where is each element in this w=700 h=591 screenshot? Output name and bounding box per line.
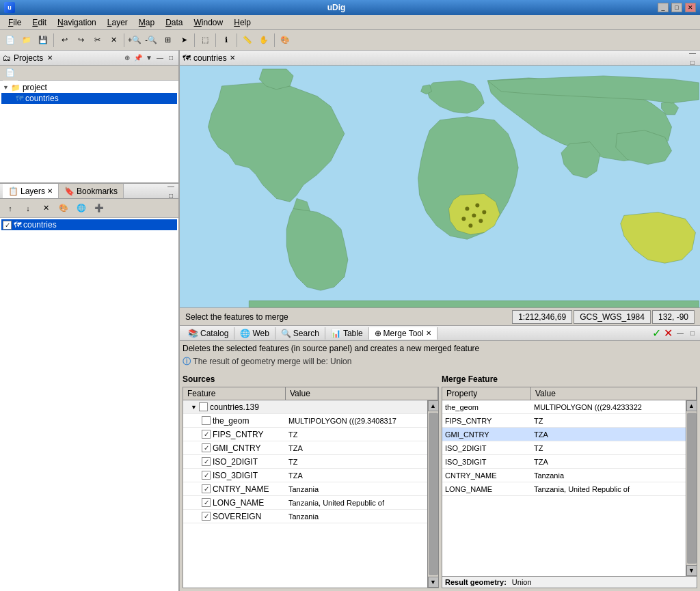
menu-data[interactable]: Data xyxy=(160,16,188,29)
tab-search[interactable]: 🔍 Search xyxy=(275,327,325,340)
sources-row-iso3[interactable]: ✓ ISO_3DIGIT TZA xyxy=(183,469,427,482)
merge-scrollbar[interactable]: ▲ ▼ xyxy=(686,400,697,576)
delete-button[interactable]: ✕ xyxy=(106,33,121,48)
sources-row-sovereign[interactable]: ✓ SOVEREIGN Tanzania xyxy=(183,510,427,523)
move-button[interactable]: ✋ xyxy=(256,33,271,48)
merge-row-gmi[interactable]: GMI_CNTRY TZA xyxy=(442,428,686,441)
layer-down-btn[interactable]: ↓ xyxy=(21,201,36,216)
undo-button[interactable]: ↩ xyxy=(57,33,72,48)
merge-row-the-geom[interactable]: the_geom MULTIPOLYGON (((29.4233322 xyxy=(442,400,686,414)
sources-row-the-geom[interactable]: the_geom MULTIPOLYGON (((29.3408317 xyxy=(183,414,427,428)
menu-window[interactable]: Window xyxy=(189,16,229,29)
projects-minimize-button[interactable]: — xyxy=(155,53,165,63)
tab-web[interactable]: 🌐 Web xyxy=(234,327,275,340)
tab-layers[interactable]: 📋 Layers ✕ xyxy=(3,184,59,198)
sources-table-scroll[interactable]: ▼ countries.139 xyxy=(183,400,427,588)
merge-row-long[interactable]: LONG_NAME Tanzania, United Republic of xyxy=(442,482,686,496)
menu-help[interactable]: Help xyxy=(228,16,256,29)
menu-layer[interactable]: Layer xyxy=(102,16,133,29)
layers-minimize-button[interactable]: — xyxy=(166,184,176,191)
style-button[interactable]: 🎨 xyxy=(278,33,293,48)
layers-close-icon[interactable]: ✕ xyxy=(47,187,53,195)
minimize-button[interactable]: _ xyxy=(658,3,669,12)
cb-iso3[interactable]: ✓ xyxy=(202,471,211,480)
sources-scrollbar[interactable]: ▲ ▼ xyxy=(427,400,438,588)
cb-long[interactable]: ✓ xyxy=(202,498,211,507)
sources-group-row-139[interactable]: ▼ countries.139 xyxy=(183,400,427,414)
merge-row-iso2[interactable]: ISO_2DIGIT TZ xyxy=(442,441,686,455)
sources-row-gmi[interactable]: ✓ GMI_CNTRY TZA xyxy=(183,441,427,455)
cb-fips[interactable]: ✓ xyxy=(202,430,211,439)
select-button[interactable]: ⬚ xyxy=(198,33,213,48)
tab-table[interactable]: 📊 Table xyxy=(325,327,369,340)
merge-row-cntry[interactable]: CNTRY_NAME Tanzania xyxy=(442,469,686,482)
layer-up-btn[interactable]: ↑ xyxy=(3,201,18,216)
layer-delete-btn[interactable]: ✕ xyxy=(38,201,53,216)
maximize-button[interactable]: □ xyxy=(671,3,682,12)
sources-scroll-down[interactable]: ▼ xyxy=(428,577,439,588)
merge-scroll-down[interactable]: ▼ xyxy=(686,565,697,576)
info-button[interactable]: ℹ xyxy=(219,33,234,48)
cancel-button[interactable]: ✕ xyxy=(664,327,673,340)
sources-feature-col-header: Feature xyxy=(183,387,286,400)
bottom-minimize-btn[interactable]: — xyxy=(675,329,685,338)
bookmarks-tab-icon: 🔖 xyxy=(64,187,75,196)
cb-iso2[interactable]: ✓ xyxy=(202,457,211,466)
new-button[interactable]: 📄 xyxy=(3,33,18,48)
sources-row-cntry[interactable]: ✓ CNTRY_NAME Tanzania xyxy=(183,482,427,496)
projects-close-icon[interactable]: ✕ xyxy=(47,54,53,61)
map-tab-countries[interactable]: 🗺 countries ✕ xyxy=(183,53,235,63)
sources-scroll-thumb[interactable] xyxy=(429,413,438,575)
layer-crs-btn[interactable]: 🌐 xyxy=(74,201,89,216)
menu-navigation[interactable]: Navigation xyxy=(52,16,102,29)
map-tab-close[interactable]: ✕ xyxy=(230,54,235,61)
layer-checkbox-countries[interactable]: ✓ xyxy=(3,221,12,230)
merge-scroll-up[interactable]: ▲ xyxy=(686,400,697,411)
cb-gmi[interactable]: ✓ xyxy=(202,443,211,452)
projects-pin-button[interactable]: 📌 xyxy=(133,53,143,63)
measure-button[interactable]: 📏 xyxy=(240,33,255,48)
zoom-out-button[interactable]: -🔍 xyxy=(144,33,159,48)
tab-merge-tool[interactable]: ⊕ Merge Tool ✕ xyxy=(369,327,438,340)
merge-close-icon[interactable]: ✕ xyxy=(426,329,431,337)
tab-catalog[interactable]: 📚 Catalog xyxy=(183,327,234,340)
sources-row-long[interactable]: ✓ LONG_NAME Tanzania, United Republic of xyxy=(183,496,427,510)
open-button[interactable]: 📁 xyxy=(19,33,34,48)
save-button[interactable]: 💾 xyxy=(36,33,51,48)
zoom-extent-button[interactable]: ⊞ xyxy=(160,33,175,48)
merge-row-fips[interactable]: FIPS_CNTRY TZ xyxy=(442,414,686,428)
tree-item-countries[interactable]: 🗺 countries xyxy=(1,93,177,104)
menu-file[interactable]: File xyxy=(3,16,27,29)
cb-the-geom[interactable] xyxy=(202,416,211,425)
projects-maximize-button[interactable]: □ xyxy=(166,53,176,63)
merge-table-scroll[interactable]: the_geom MULTIPOLYGON (((29.4233322 FIPS… xyxy=(442,400,686,576)
bottom-maximize-btn[interactable]: □ xyxy=(688,329,697,338)
sources-row-iso2[interactable]: ✓ ISO_2DIGIT TZ xyxy=(183,455,427,469)
layer-add-btn[interactable]: ➕ xyxy=(92,201,107,216)
cb-cntry[interactable]: ✓ xyxy=(202,484,211,493)
menu-edit[interactable]: Edit xyxy=(27,16,52,29)
menu-map[interactable]: Map xyxy=(133,16,160,29)
redo-button[interactable]: ↪ xyxy=(73,33,88,48)
cut-button[interactable]: ✂ xyxy=(90,33,105,48)
pan-button[interactable]: ➤ xyxy=(176,33,191,48)
projects-menu-button[interactable]: ▼ xyxy=(144,53,154,63)
projects-action-button[interactable]: ⊕ xyxy=(122,53,132,63)
layer-item-countries[interactable]: ✓ 🗺 countries xyxy=(1,219,177,230)
cb-sovereign[interactable]: ✓ xyxy=(202,512,211,521)
projects-new-btn[interactable]: 📄 xyxy=(3,66,18,81)
map-area[interactable] xyxy=(180,66,700,308)
sources-row-fips[interactable]: ✓ FIPS_CNTRY TZ xyxy=(183,428,427,441)
sources-scroll-up[interactable]: ▲ xyxy=(428,400,439,411)
group-checkbox-139[interactable] xyxy=(199,402,208,411)
zoom-in-button[interactable]: +🔍 xyxy=(127,33,142,48)
tree-item-project[interactable]: ▼ 📁 project xyxy=(1,82,177,93)
map-minimize-btn[interactable]: — xyxy=(688,49,697,58)
confirm-button[interactable]: ✓ xyxy=(652,327,661,340)
merge-scroll-thumb[interactable] xyxy=(687,413,697,564)
tab-bookmarks[interactable]: 🔖 Bookmarks xyxy=(59,184,124,198)
map-svg xyxy=(180,66,700,307)
close-button[interactable]: ✕ xyxy=(685,3,696,12)
merge-row-iso3[interactable]: ISO_3DIGIT TZA xyxy=(442,455,686,469)
layer-style-btn[interactable]: 🎨 xyxy=(56,201,71,216)
